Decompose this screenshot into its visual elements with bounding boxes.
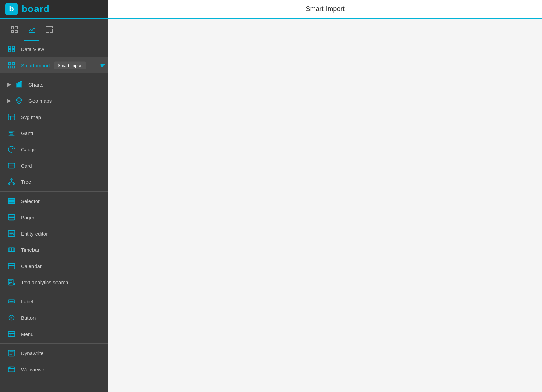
svg-rect-15 bbox=[12, 66, 14, 68]
text-search-icon bbox=[7, 277, 16, 287]
logo-text: board bbox=[22, 4, 50, 15]
svg-rect-11 bbox=[12, 50, 14, 52]
selector-icon bbox=[7, 196, 16, 206]
svg-rect-0 bbox=[11, 27, 14, 29]
main-layout: Data View Smart import Smart import ☛ ▶ bbox=[0, 19, 542, 392]
svg-point-58 bbox=[13, 283, 15, 285]
topbar: b board Smart Import bbox=[0, 0, 542, 19]
menu-icon bbox=[7, 329, 16, 339]
geo-maps-icon bbox=[14, 96, 24, 105]
svg-line-25 bbox=[12, 148, 13, 149]
svg-rect-9 bbox=[12, 46, 14, 48]
svg-rect-5 bbox=[46, 27, 53, 28]
svg-rect-16 bbox=[16, 84, 18, 87]
divider-2 bbox=[0, 191, 108, 192]
svg-map-icon bbox=[7, 112, 16, 122]
logo-icon: b bbox=[5, 3, 18, 15]
divider-3 bbox=[0, 292, 108, 292]
sidebar-item-webviewer[interactable]: Webviewer bbox=[0, 361, 108, 377]
gantt-icon bbox=[7, 128, 16, 138]
sidebar-tabs bbox=[0, 19, 108, 41]
sidebar-item-entity-editor[interactable]: Entity editor bbox=[0, 225, 108, 242]
svg-rect-6 bbox=[46, 29, 49, 33]
svg-rect-3 bbox=[15, 30, 17, 33]
sidebar-item-data-view[interactable]: Data View bbox=[0, 41, 108, 57]
svg-rect-2 bbox=[11, 30, 14, 33]
svg-point-19 bbox=[18, 99, 20, 101]
sidebar-item-dynawrite[interactable]: Dynawrite bbox=[0, 345, 108, 361]
tree-icon bbox=[7, 177, 16, 187]
button-icon bbox=[7, 313, 16, 322]
tab-chart[interactable] bbox=[24, 22, 39, 37]
svg-point-72 bbox=[9, 367, 10, 368]
svg-line-59 bbox=[15, 285, 15, 285]
sidebar-item-tree[interactable]: Tree bbox=[0, 174, 108, 190]
calendar-icon bbox=[7, 261, 16, 271]
label-icon bbox=[7, 297, 16, 306]
content-area bbox=[108, 19, 542, 392]
sidebar-item-card[interactable]: Card bbox=[0, 157, 108, 174]
svg-marker-45 bbox=[13, 234, 15, 236]
sidebar-item-smart-import[interactable]: Smart import Smart import ☛ bbox=[0, 57, 108, 73]
svg-rect-50 bbox=[8, 264, 15, 269]
svg-rect-17 bbox=[18, 83, 20, 87]
svg-point-73 bbox=[10, 367, 11, 368]
svg-line-33 bbox=[12, 182, 14, 183]
entity-editor-icon bbox=[7, 229, 16, 238]
svg-rect-35 bbox=[8, 200, 15, 202]
svg-rect-20 bbox=[8, 114, 15, 120]
sidebar-item-gauge[interactable]: Gauge bbox=[0, 141, 108, 157]
grid-icon bbox=[7, 44, 16, 54]
chevron-geo-maps: ▶ bbox=[7, 98, 12, 103]
page-title: Smart Import bbox=[108, 0, 542, 18]
dynawrite-icon bbox=[7, 348, 16, 358]
sidebar: Data View Smart import Smart import ☛ ▶ bbox=[0, 19, 108, 392]
sidebar-item-label[interactable]: Label bbox=[0, 293, 108, 310]
svg-rect-70 bbox=[8, 367, 15, 372]
timebar-icon bbox=[7, 245, 16, 254]
sidebar-item-charts[interactable]: ▶ Charts bbox=[0, 76, 108, 93]
pager-icon bbox=[7, 213, 16, 222]
svg-rect-1 bbox=[15, 27, 17, 29]
svg-rect-36 bbox=[8, 202, 15, 204]
tab-layout[interactable] bbox=[42, 22, 57, 37]
svg-rect-23 bbox=[10, 134, 13, 135]
smart-import-icon bbox=[7, 60, 16, 70]
svg-rect-14 bbox=[9, 66, 11, 68]
svg-point-28 bbox=[11, 179, 12, 180]
card-icon bbox=[7, 161, 16, 170]
logo-area: b board bbox=[0, 3, 108, 15]
divider-4 bbox=[0, 343, 108, 344]
svg-rect-26 bbox=[8, 163, 15, 168]
webviewer-icon bbox=[7, 365, 16, 374]
svg-rect-34 bbox=[8, 199, 15, 200]
sidebar-item-text-analytics-search[interactable]: Text analytics search bbox=[0, 274, 108, 290]
sidebar-item-calendar[interactable]: Calendar bbox=[0, 258, 108, 274]
tab-grid[interactable] bbox=[7, 22, 22, 37]
sidebar-item-gantt[interactable]: Gantt bbox=[0, 125, 108, 141]
divider-1 bbox=[0, 75, 108, 75]
svg-rect-8 bbox=[9, 46, 11, 48]
gauge-icon bbox=[7, 145, 16, 154]
sidebar-list: Data View Smart import Smart import ☛ ▶ bbox=[0, 41, 108, 392]
svg-rect-7 bbox=[50, 29, 53, 33]
sidebar-item-svg-map[interactable]: Svg map bbox=[0, 109, 108, 125]
sidebar-item-pager[interactable]: Pager bbox=[0, 209, 108, 225]
svg-rect-18 bbox=[21, 82, 22, 87]
svg-rect-63 bbox=[8, 332, 15, 337]
svg-rect-22 bbox=[9, 132, 13, 133]
sidebar-item-timebar[interactable]: Timebar bbox=[0, 242, 108, 258]
sidebar-item-selector[interactable]: Selector bbox=[0, 193, 108, 209]
charts-icon bbox=[14, 80, 24, 89]
svg-rect-10 bbox=[9, 50, 11, 52]
svg-point-29 bbox=[9, 183, 10, 185]
svg-rect-13 bbox=[12, 63, 14, 65]
svg-line-32 bbox=[9, 182, 12, 183]
sidebar-item-button[interactable]: Button bbox=[0, 310, 108, 326]
sidebar-item-menu[interactable]: Menu bbox=[0, 326, 108, 342]
svg-point-30 bbox=[13, 183, 15, 185]
chevron-charts: ▶ bbox=[7, 82, 12, 87]
sidebar-item-geo-maps[interactable]: ▶ Geo maps bbox=[0, 93, 108, 109]
svg-rect-12 bbox=[9, 63, 11, 65]
